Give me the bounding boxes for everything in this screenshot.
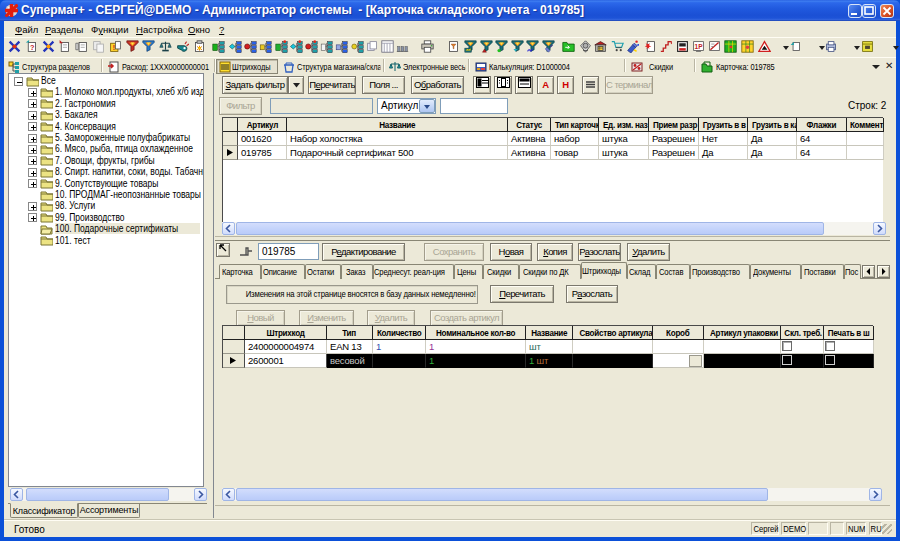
svg-text:1P: 1P: [695, 43, 704, 50]
svg-text:!: !: [113, 43, 115, 52]
svg-text:?: ?: [30, 43, 35, 52]
